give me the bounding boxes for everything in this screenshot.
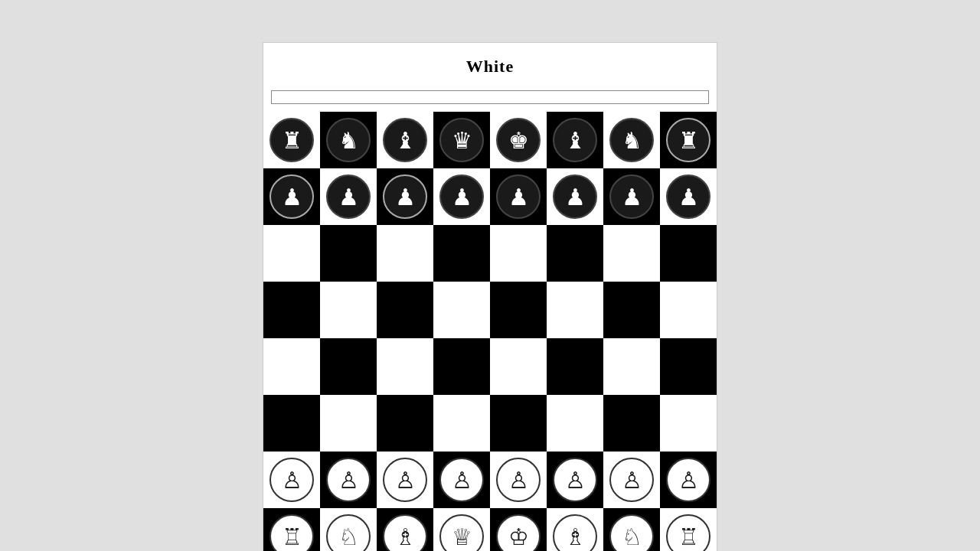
- cell-r7-c4[interactable]: ♔: [490, 508, 547, 551]
- cell-r4-c6[interactable]: [603, 338, 660, 395]
- chess-piece: ♜: [270, 118, 314, 162]
- chess-piece: ♞: [326, 118, 371, 162]
- chess-piece: ♟: [383, 174, 427, 219]
- progress-bar: [271, 90, 709, 104]
- chess-piece: ♘: [326, 514, 371, 551]
- cell-r0-c6[interactable]: ♞: [603, 112, 660, 168]
- chess-piece: ♛: [439, 118, 484, 162]
- cell-r6-c7[interactable]: ♙: [660, 452, 717, 508]
- cell-r1-c7[interactable]: ♟: [660, 168, 717, 225]
- cell-r6-c0[interactable]: ♙: [263, 452, 320, 508]
- chess-piece: ♘: [609, 514, 654, 551]
- chess-piece: ♗: [383, 514, 427, 551]
- cell-r5-c5[interactable]: [547, 395, 603, 452]
- cell-r4-c7[interactable]: [660, 338, 717, 395]
- chess-board: ♜♞♝♛♚♝♞♜♟♟♟♟♟♟♟♟♙♙♙♙♙♙♙♙♖♘♗♕♔♗♘♖: [263, 112, 717, 551]
- cell-r4-c1[interactable]: [320, 338, 377, 395]
- chess-piece: ♜: [666, 118, 710, 162]
- cell-r7-c3[interactable]: ♕: [433, 508, 490, 551]
- cell-r3-c2[interactable]: [377, 282, 433, 338]
- chess-piece: ♙: [270, 458, 314, 502]
- cell-r5-c0[interactable]: [263, 395, 320, 452]
- cell-r2-c4[interactable]: [490, 225, 547, 282]
- cell-r5-c4[interactable]: [490, 395, 547, 452]
- cell-r2-c6[interactable]: [603, 225, 660, 282]
- chess-piece: ♟: [666, 174, 710, 219]
- cell-r3-c0[interactable]: [263, 282, 320, 338]
- cell-r0-c5[interactable]: ♝: [547, 112, 603, 168]
- cell-r1-c0[interactable]: ♟: [263, 168, 320, 225]
- chess-board-container: ♜♞♝♛♚♝♞♜♟♟♟♟♟♟♟♟♙♙♙♙♙♙♙♙♖♘♗♕♔♗♘♖: [263, 112, 718, 551]
- chess-piece: ♖: [270, 514, 314, 551]
- cell-r6-c6[interactable]: ♙: [603, 452, 660, 508]
- chess-piece: ♝: [383, 118, 427, 162]
- cell-r4-c5[interactable]: [547, 338, 603, 395]
- cell-r6-c1[interactable]: ♙: [320, 452, 377, 508]
- cell-r6-c3[interactable]: ♙: [433, 452, 490, 508]
- cell-r0-c0[interactable]: ♜: [263, 112, 320, 168]
- cell-r0-c7[interactable]: ♜: [660, 112, 717, 168]
- chess-piece: ♟: [609, 174, 654, 219]
- chess-piece: ♟: [439, 174, 484, 219]
- cell-r7-c5[interactable]: ♗: [547, 508, 603, 551]
- cell-r4-c4[interactable]: [490, 338, 547, 395]
- cell-r3-c5[interactable]: [547, 282, 603, 338]
- chess-piece: ♝: [553, 118, 597, 162]
- cell-r1-c4[interactable]: ♟: [490, 168, 547, 225]
- cell-r3-c7[interactable]: [660, 282, 717, 338]
- chess-piece: ♙: [496, 458, 541, 502]
- chess-piece: ♗: [553, 514, 597, 551]
- chess-piece: ♙: [326, 458, 371, 502]
- cell-r7-c1[interactable]: ♘: [320, 508, 377, 551]
- chess-piece: ♙: [383, 458, 427, 502]
- chess-piece: ♚: [496, 118, 541, 162]
- chess-piece: ♞: [609, 118, 654, 162]
- cell-r6-c4[interactable]: ♙: [490, 452, 547, 508]
- cell-r7-c7[interactable]: ♖: [660, 508, 717, 551]
- cell-r1-c5[interactable]: ♟: [547, 168, 603, 225]
- cell-r6-c2[interactable]: ♙: [377, 452, 433, 508]
- chess-piece: ♙: [609, 458, 654, 502]
- chess-piece: ♟: [496, 174, 541, 219]
- cell-r1-c3[interactable]: ♟: [433, 168, 490, 225]
- cell-r4-c3[interactable]: [433, 338, 490, 395]
- cell-r1-c1[interactable]: ♟: [320, 168, 377, 225]
- cell-r0-c4[interactable]: ♚: [490, 112, 547, 168]
- chess-piece: ♙: [553, 458, 597, 502]
- cell-r3-c4[interactable]: [490, 282, 547, 338]
- cell-r7-c6[interactable]: ♘: [603, 508, 660, 551]
- cell-r0-c1[interactable]: ♞: [320, 112, 377, 168]
- cell-r4-c2[interactable]: [377, 338, 433, 395]
- cell-r7-c2[interactable]: ♗: [377, 508, 433, 551]
- cell-r3-c1[interactable]: [320, 282, 377, 338]
- app-container: White ♜♞♝♛♚♝♞♜♟♟♟♟♟♟♟♟♙♙♙♙♙♙♙♙♖♘♗♕♔♗♘♖: [263, 42, 717, 551]
- cell-r5-c3[interactable]: [433, 395, 490, 452]
- cell-r0-c2[interactable]: ♝: [377, 112, 433, 168]
- cell-r3-c3[interactable]: [433, 282, 490, 338]
- cell-r1-c2[interactable]: ♟: [377, 168, 433, 225]
- chess-piece: ♕: [439, 514, 484, 551]
- chess-piece: ♙: [439, 458, 484, 502]
- cell-r2-c3[interactable]: [433, 225, 490, 282]
- chess-piece: ♟: [326, 174, 371, 219]
- cell-r0-c3[interactable]: ♛: [433, 112, 490, 168]
- page-title: White: [263, 43, 717, 84]
- cell-r5-c6[interactable]: [603, 395, 660, 452]
- cell-r5-c2[interactable]: [377, 395, 433, 452]
- cell-r4-c0[interactable]: [263, 338, 320, 395]
- cell-r1-c6[interactable]: ♟: [603, 168, 660, 225]
- chess-piece: ♔: [496, 514, 541, 551]
- cell-r7-c0[interactable]: ♖: [263, 508, 320, 551]
- cell-r6-c5[interactable]: ♙: [547, 452, 603, 508]
- cell-r2-c7[interactable]: [660, 225, 717, 282]
- cell-r2-c5[interactable]: [547, 225, 603, 282]
- chess-piece: ♙: [666, 458, 710, 502]
- cell-r5-c7[interactable]: [660, 395, 717, 452]
- cell-r2-c2[interactable]: [377, 225, 433, 282]
- cell-r5-c1[interactable]: [320, 395, 377, 452]
- chess-piece: ♖: [666, 514, 710, 551]
- chess-piece: ♟: [270, 174, 314, 219]
- cell-r2-c1[interactable]: [320, 225, 377, 282]
- cell-r3-c6[interactable]: [603, 282, 660, 338]
- cell-r2-c0[interactable]: [263, 225, 320, 282]
